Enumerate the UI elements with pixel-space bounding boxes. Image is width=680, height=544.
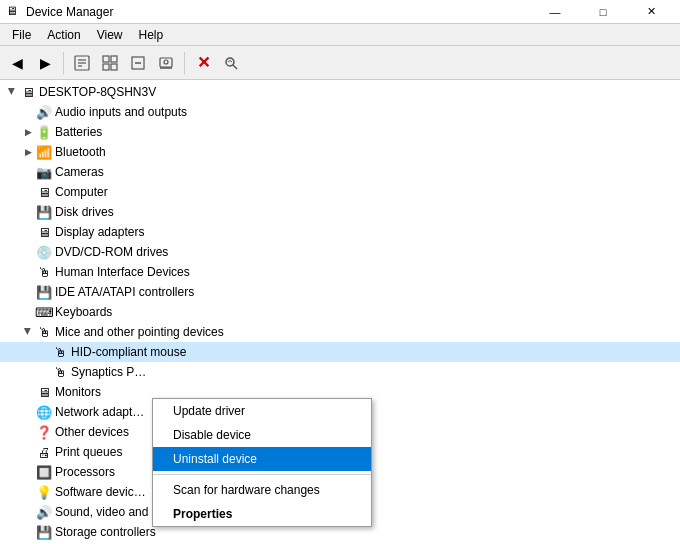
- tree-arrow[interactable]: [20, 204, 36, 220]
- properties-button[interactable]: [69, 50, 95, 76]
- tree-arrow[interactable]: [20, 444, 36, 460]
- toolbar: ◀ ▶ ✕: [0, 46, 680, 80]
- tree-node-icon: 💾: [36, 284, 52, 300]
- tree-item[interactable]: 📷Cameras: [0, 162, 680, 182]
- tree-item[interactable]: ▶🔋Batteries: [0, 122, 680, 142]
- maximize-button[interactable]: □: [580, 0, 626, 24]
- tree-node-icon: 💾: [36, 524, 52, 540]
- tree-node-icon: 🖥: [36, 184, 52, 200]
- context-menu-item-uninstall-device[interactable]: Uninstall device: [153, 447, 371, 471]
- tree-arrow[interactable]: [36, 344, 52, 360]
- tree-arrow[interactable]: [20, 164, 36, 180]
- svg-rect-10: [160, 58, 172, 67]
- tree-node-icon: 🔲: [36, 464, 52, 480]
- title-bar-controls: — □ ✕: [532, 0, 674, 24]
- tree-arrow[interactable]: [20, 264, 36, 280]
- tree-node-icon: 💿: [36, 244, 52, 260]
- tree-arrow[interactable]: [20, 504, 36, 520]
- tree-arrow[interactable]: [20, 484, 36, 500]
- tree-arrow[interactable]: [20, 224, 36, 240]
- tree-node-icon: 🖥: [36, 224, 52, 240]
- computer-icon: 🖥: [20, 84, 36, 100]
- tree-node-icon: 🖱: [36, 264, 52, 280]
- tree-node-label: Computer: [55, 185, 108, 199]
- context-menu-item-disable-device[interactable]: Disable device: [153, 423, 371, 447]
- tree-arrow[interactable]: [20, 284, 36, 300]
- tree-node-icon: 🖨: [36, 444, 52, 460]
- delete-button[interactable]: ✕: [190, 50, 216, 76]
- tree-node-icon: 📷: [36, 164, 52, 180]
- tree-node-label: Monitors: [55, 385, 101, 399]
- tree-item[interactable]: 🖱Synaptics P…: [0, 362, 680, 382]
- tree-item[interactable]: ⌨Keyboards: [0, 302, 680, 322]
- tree-node-icon: 🔋: [36, 124, 52, 140]
- tree-item[interactable]: 💾Disk drives: [0, 202, 680, 222]
- tree-arrow[interactable]: [20, 464, 36, 480]
- tree-arrow[interactable]: ▶: [20, 124, 36, 140]
- tree-arrow[interactable]: [20, 244, 36, 260]
- svg-rect-5: [111, 56, 117, 62]
- main-area: ▶ 🖥 DESKTOP-8QSHN3V 🔊Audio inputs and ou…: [0, 80, 680, 544]
- context-menu-item-scan-hardware[interactable]: Scan for hardware changes: [153, 478, 371, 502]
- tree-arrow[interactable]: [36, 364, 52, 380]
- tree-node-label: Mice and other pointing devices: [55, 325, 224, 339]
- tree-item[interactable]: ▶🖱Mice and other pointing devices: [0, 322, 680, 342]
- tree-node-label: DVD/CD-ROM drives: [55, 245, 168, 259]
- root-arrow[interactable]: ▶: [4, 83, 20, 99]
- tree-root[interactable]: ▶ 🖥 DESKTOP-8QSHN3V: [0, 82, 680, 102]
- toolbar-separator-2: [184, 52, 185, 74]
- tree-node-label: Disk drives: [55, 205, 114, 219]
- update-driver-button[interactable]: [153, 50, 179, 76]
- tree-node-label: Software devic…: [55, 485, 146, 499]
- menu-file[interactable]: File: [4, 26, 39, 44]
- tree-node-icon: 🖱: [36, 324, 52, 340]
- tree-arrow[interactable]: [20, 404, 36, 420]
- tree-item[interactable]: 💿DVD/CD-ROM drives: [0, 242, 680, 262]
- tree-item[interactable]: 🖥Display adapters: [0, 222, 680, 242]
- collapse-button[interactable]: [125, 50, 151, 76]
- back-button[interactable]: ◀: [4, 50, 30, 76]
- tree-arrow[interactable]: [20, 384, 36, 400]
- tree-item[interactable]: 💾IDE ATA/ATAPI controllers: [0, 282, 680, 302]
- tree-item[interactable]: 🔊Audio inputs and outputs: [0, 102, 680, 122]
- svg-point-13: [226, 58, 234, 66]
- tree-item[interactable]: ▶📶Bluetooth: [0, 142, 680, 162]
- scan-button[interactable]: [218, 50, 244, 76]
- tree-node-label: Network adapt…: [55, 405, 144, 419]
- svg-rect-4: [103, 56, 109, 62]
- tree-node-label: Other devices: [55, 425, 129, 439]
- app-icon: 🖥: [6, 4, 22, 20]
- tree-node-icon: 🔊: [36, 504, 52, 520]
- tree-item[interactable]: 🖥Computer: [0, 182, 680, 202]
- tree-arrow[interactable]: [20, 104, 36, 120]
- tree-item[interactable]: 🖱HID-compliant mouse: [0, 342, 680, 362]
- close-button[interactable]: ✕: [628, 0, 674, 24]
- tree-node-label: Processors: [55, 465, 115, 479]
- tree-item[interactable]: 🖱Human Interface Devices: [0, 262, 680, 282]
- tree-node-label: Audio inputs and outputs: [55, 105, 187, 119]
- context-menu-item-properties[interactable]: Properties: [153, 502, 371, 526]
- svg-line-14: [233, 65, 237, 69]
- context-menu-item-update-driver[interactable]: Update driver: [153, 399, 371, 423]
- context-menu: Update driverDisable deviceUninstall dev…: [152, 398, 372, 527]
- tree-arrow[interactable]: [20, 184, 36, 200]
- tree-arrow[interactable]: [20, 424, 36, 440]
- tree-node-label: Cameras: [55, 165, 104, 179]
- tree-arrow[interactable]: ▶: [20, 323, 36, 339]
- title-bar: 🖥 Device Manager — □ ✕: [0, 0, 680, 24]
- menu-view[interactable]: View: [89, 26, 131, 44]
- tree-arrow[interactable]: [20, 524, 36, 540]
- expand-button[interactable]: [97, 50, 123, 76]
- tree-node-icon: 🔊: [36, 104, 52, 120]
- tree-node-icon: ❓: [36, 424, 52, 440]
- tree-node-icon: 🌐: [36, 404, 52, 420]
- svg-rect-6: [103, 64, 109, 70]
- tree-node-icon: 🖥: [36, 384, 52, 400]
- root-label: DESKTOP-8QSHN3V: [39, 85, 156, 99]
- tree-node-icon: 💡: [36, 484, 52, 500]
- forward-button[interactable]: ▶: [32, 50, 58, 76]
- tree-arrow[interactable]: ▶: [20, 144, 36, 160]
- minimize-button[interactable]: —: [532, 0, 578, 24]
- menu-help[interactable]: Help: [131, 26, 172, 44]
- menu-action[interactable]: Action: [39, 26, 88, 44]
